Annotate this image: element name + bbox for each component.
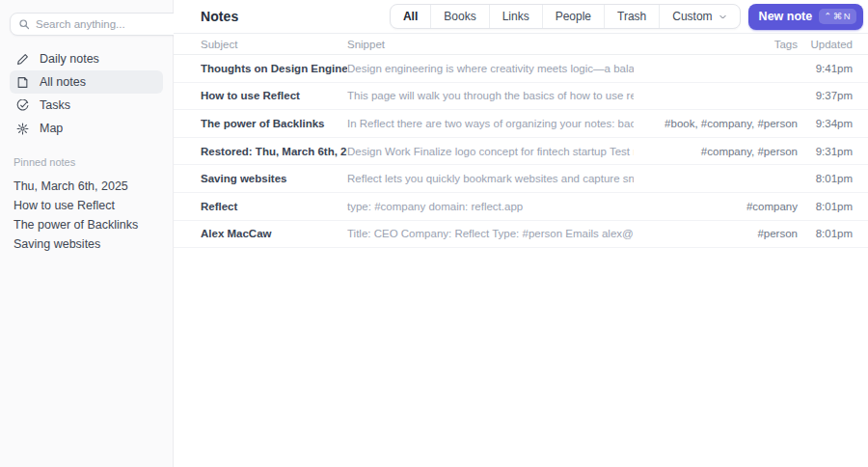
sidebar: ⌘ K Daily notes [0, 0, 174, 467]
note-updated: 8:01pm [798, 173, 853, 184]
note-icon [16, 76, 29, 89]
check-circle-icon [16, 99, 29, 112]
filter-tab-links[interactable]: Links [489, 5, 542, 28]
search-icon [18, 18, 30, 30]
new-note-shortcut: ⌃⌘N [819, 9, 856, 24]
note-subject: Reflect [201, 201, 347, 212]
pinned-note-link[interactable]: Thu, March 6th, 2025 [0, 177, 173, 196]
note-updated: 9:37pm [798, 90, 853, 101]
topbar: Notes All Books Links People Trash Custo… [174, 0, 868, 34]
sidebar-item-label: Map [40, 122, 63, 135]
table-row[interactable]: Saving websites Reflect lets you quickly… [174, 165, 868, 193]
note-snippet: Reflect lets you quickly bookmark websit… [347, 173, 634, 184]
note-subject: Thoughts on Design Engineering 🛠🎨 [201, 62, 347, 75]
note-updated: 8:01pm [798, 228, 853, 239]
filter-tab-custom-label: Custom [672, 10, 712, 23]
search-input[interactable] [36, 18, 184, 30]
filter-tab-trash[interactable]: Trash [604, 5, 659, 28]
note-updated: 9:34pm [798, 118, 853, 129]
table-row[interactable]: Alex MacCaw Title: CEO Company: Reflect … [174, 221, 868, 249]
table-row[interactable]: Thoughts on Design Engineering 🛠🎨 Design… [174, 55, 868, 83]
notes-list-panel: Notes All Books Links People Trash Custo… [174, 0, 868, 467]
filter-tab-all[interactable]: All [391, 5, 430, 28]
note-subject: How to use Reflect [201, 90, 347, 101]
column-header-subject: Subject [201, 39, 347, 50]
sidebar-nav: Daily notes All notes Tasks [0, 47, 173, 140]
note-snippet: Design Work Finalize logo concept for fi… [347, 146, 634, 157]
note-updated: 9:41pm [798, 63, 853, 74]
pinned-note-link[interactable]: Saving websites [0, 234, 173, 254]
pinned-notes-list: Thu, March 6th, 2025 How to use Reflect … [0, 177, 173, 254]
pinned-notes-heading: Pinned notes [0, 156, 173, 168]
note-subject: Saving websites [201, 173, 347, 184]
note-snippet: In Reflect there are two ways of organiz… [347, 118, 634, 129]
column-header-snippet: Snippet [347, 39, 634, 50]
note-tags: #company [634, 201, 798, 212]
notes-table: Thoughts on Design Engineering 🛠🎨 Design… [174, 55, 868, 248]
chevron-down-icon [719, 13, 727, 21]
filter-tab-people[interactable]: People [542, 5, 604, 28]
table-row[interactable]: How to use Reflect This page will walk y… [174, 83, 868, 111]
new-note-label: New note [759, 10, 813, 23]
note-subject: Restored: Thu, March 6th, 2025 [201, 146, 347, 157]
sidebar-item-map[interactable]: Map [10, 117, 163, 140]
note-tags: #company, #person [634, 146, 798, 157]
note-subject: Alex MacCaw [201, 228, 347, 239]
column-header-tags: Tags [634, 39, 798, 50]
sidebar-item-label: Daily notes [40, 52, 99, 66]
note-snippet: type: #company domain: reflect.app [347, 201, 634, 212]
reflect-app-window: ⌘ K Daily notes [0, 0, 868, 467]
sidebar-item-all-notes[interactable]: All notes [10, 70, 163, 94]
table-row[interactable]: Restored: Thu, March 6th, 2025 Design Wo… [174, 138, 868, 166]
note-snippet: Title: CEO Company: Reflect Type: #perso… [347, 228, 634, 239]
new-note-button[interactable]: New note ⌃⌘N [748, 4, 863, 30]
note-snippet: This page will walk you through the basi… [347, 90, 634, 101]
table-row[interactable]: The power of Backlinks In Reflect there … [174, 110, 868, 138]
filter-tabs: All Books Links People Trash Custom [390, 4, 741, 29]
sidebar-item-tasks[interactable]: Tasks [10, 94, 163, 117]
note-snippet: Design engineering is where creativity m… [347, 63, 634, 74]
table-row[interactable]: Reflect type: #company domain: reflect.a… [174, 193, 868, 221]
pencil-icon [16, 53, 29, 66]
pinned-note-link[interactable]: How to use Reflect [0, 196, 173, 215]
table-header: Subject Snippet Tags Updated [174, 34, 868, 55]
map-graph-icon [16, 123, 29, 135]
note-tags: #book, #company, #person [634, 118, 798, 129]
sidebar-item-label: All notes [40, 75, 86, 89]
note-subject: The power of Backlinks [201, 118, 347, 129]
note-tags: #person [634, 228, 798, 239]
pinned-note-link[interactable]: The power of Backlinks [0, 215, 173, 234]
page-title: Notes [201, 9, 238, 24]
sidebar-item-daily-notes[interactable]: Daily notes [10, 47, 163, 70]
note-updated: 8:01pm [798, 201, 853, 212]
column-header-updated: Updated [798, 39, 853, 50]
filter-tab-books[interactable]: Books [430, 5, 488, 28]
sidebar-item-label: Tasks [40, 98, 70, 112]
filter-tab-custom[interactable]: Custom [659, 5, 739, 28]
note-updated: 9:31pm [798, 146, 853, 157]
